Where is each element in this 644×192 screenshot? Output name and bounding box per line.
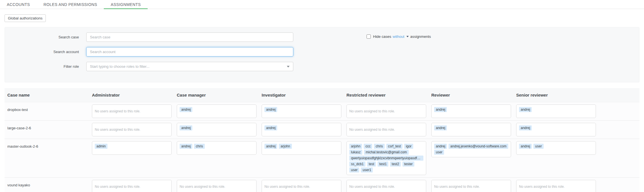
search-case-input[interactable] xyxy=(86,32,293,42)
user-chip[interactable]: ss_dcb1 xyxy=(349,162,365,167)
role-assignment-box[interactable]: andrej xyxy=(177,123,257,136)
user-chip[interactable]: test2 xyxy=(390,162,401,167)
user-chip[interactable]: arjohn xyxy=(349,144,362,149)
case-name: dropbox-test xyxy=(7,104,92,112)
user-chip[interactable]: lukasz xyxy=(349,150,362,155)
user-chip[interactable]: ccc xyxy=(364,144,372,149)
column-header-case-name: Case name xyxy=(5,93,92,97)
column-header-restricted-reviewer: Restricted reviewer xyxy=(346,93,431,97)
role-assignment-box[interactable]: andrej xyxy=(177,104,257,118)
no-users-placeholder: No users assigned to this role. xyxy=(95,109,140,113)
role-assignment-box[interactable]: No users assigned to this role. xyxy=(346,123,426,136)
no-users-placeholder: No users assigned to this role. xyxy=(95,185,140,189)
role-assignment-box[interactable]: No users assigned to this role. xyxy=(92,180,172,192)
column-header-investigator: Investigator xyxy=(262,93,346,97)
user-chip[interactable]: andrej xyxy=(434,144,447,149)
case-name: master-outlook-2-6 xyxy=(7,141,92,149)
column-header-reviewer: Reviewer xyxy=(431,93,516,97)
hide-cases-control: Hide cases without assignments xyxy=(367,34,431,39)
column-header-case-manager: Case manager xyxy=(177,93,262,97)
hide-cases-without-link[interactable]: without xyxy=(393,34,404,39)
tab-bar: ACCOUNTSROLES AND PERMISSIONSASSIGNMENTS xyxy=(0,0,644,9)
filter-panel: Search case Search account Filter role H… xyxy=(5,27,639,82)
role-assignment-box[interactable]: andrejarjohn xyxy=(262,141,341,155)
user-chip[interactable]: tester xyxy=(402,162,414,167)
user-chip[interactable]: admin xyxy=(95,144,107,149)
table-header-row: Case nameAdministratorCase managerInvest… xyxy=(5,88,639,102)
role-assignment-box[interactable]: No users assigned to this role. xyxy=(262,180,341,192)
user-chip[interactable]: qwertyuiopasdfghjklzxcvbnmqwertyuiopasdf… xyxy=(349,156,423,161)
user-chip[interactable]: andrej xyxy=(434,107,447,112)
role-assignment-box[interactable]: andrej xyxy=(516,104,596,118)
role-assignment-box[interactable]: andrej xyxy=(431,123,511,136)
user-chip[interactable]: andrej xyxy=(180,125,192,130)
role-assignment-box[interactable]: No users assigned to this role. xyxy=(431,180,511,192)
role-assignment-box[interactable]: andrejchris xyxy=(177,141,257,155)
table-row: master-outlook-2-6adminandrejchrisandrej… xyxy=(5,139,639,178)
user-chip[interactable]: andrej xyxy=(519,144,532,149)
no-users-placeholder: No users assigned to this role. xyxy=(180,185,225,189)
user-chip[interactable]: test1 xyxy=(378,162,388,167)
user-chip[interactable]: chris xyxy=(374,144,384,149)
user-chip[interactable]: andrej xyxy=(519,107,532,112)
user-chip[interactable]: andrej xyxy=(434,125,447,130)
role-assignment-box[interactable]: andrejuser xyxy=(516,141,596,155)
user-chip[interactable]: user xyxy=(533,144,543,149)
role-assignment-box[interactable]: andrej xyxy=(262,123,341,136)
tab-roles-and-permissions[interactable]: ROLES AND PERMISSIONS xyxy=(37,0,104,9)
role-assignment-box[interactable]: No users assigned to this role. xyxy=(516,180,596,192)
user-chip[interactable]: test xyxy=(367,162,376,167)
user-chip[interactable]: user xyxy=(434,150,444,155)
filter-role-label: Filter role xyxy=(5,64,79,69)
user-chip[interactable]: andrej xyxy=(180,144,192,149)
tab-assignments[interactable]: ASSIGNMENTS xyxy=(104,0,147,9)
table-row: dropbox-testNo users assigned to this ro… xyxy=(5,102,639,121)
user-chip[interactable]: andrej xyxy=(264,107,277,112)
case-name: vound kayako xyxy=(7,180,92,187)
user-chip[interactable]: csrf_test xyxy=(386,144,402,149)
no-users-placeholder: No users assigned to this role. xyxy=(349,185,395,189)
role-assignment-box[interactable]: No users assigned to this role. xyxy=(346,180,426,192)
assignments-table: Case nameAdministratorCase managerInvest… xyxy=(5,88,639,192)
chevron-down-icon[interactable] xyxy=(406,36,409,37)
hide-cases-checkbox[interactable] xyxy=(367,34,371,39)
column-header-senior-reviewer: Senior reviewer xyxy=(516,93,601,97)
case-name: large-case-2-6 xyxy=(7,123,92,130)
role-assignment-box[interactable]: admin xyxy=(92,141,172,155)
search-account-label: Search account xyxy=(5,50,79,54)
user-chip[interactable]: andrej.jesenko@vound-software.com xyxy=(449,144,508,149)
role-assignment-box[interactable]: No users assigned to this role. xyxy=(177,180,257,192)
role-assignment-box[interactable]: andrej xyxy=(431,104,511,118)
role-assignment-box[interactable]: No users assigned to this role. xyxy=(92,123,172,136)
user-chip[interactable]: michal.testovic@gmail.com xyxy=(364,150,409,155)
no-users-placeholder: No users assigned to this role. xyxy=(349,128,395,132)
no-users-placeholder: No users assigned to this role. xyxy=(434,185,480,189)
role-assignment-box[interactable]: andrej xyxy=(516,123,596,136)
user-chip[interactable]: arjohn xyxy=(279,144,292,149)
user-chip[interactable]: chris xyxy=(194,144,204,149)
role-assignment-box[interactable]: andrej xyxy=(262,104,341,118)
role-assignment-box[interactable]: No users assigned to this role. xyxy=(346,104,426,118)
global-authorizations-button[interactable]: Global authorizations xyxy=(5,14,46,22)
search-account-input[interactable] xyxy=(86,47,293,56)
no-users-placeholder: No users assigned to this role. xyxy=(264,185,310,189)
user-chip[interactable]: andrej xyxy=(180,107,192,112)
role-assignment-box[interactable]: arjohncccchriscsrf_testigorlukaszmichal.… xyxy=(346,141,426,175)
table-row: vound kayakoNo users assigned to this ro… xyxy=(5,178,639,192)
no-users-placeholder: No users assigned to this role. xyxy=(349,109,395,113)
user-chip[interactable]: andrej xyxy=(519,125,532,130)
hide-cases-text-suffix: assignments xyxy=(410,34,431,39)
user-chip[interactable]: igor xyxy=(404,144,413,149)
user-chip[interactable]: andrej xyxy=(264,144,277,149)
no-users-placeholder: No users assigned to this role. xyxy=(519,185,565,189)
user-chip[interactable]: user xyxy=(349,167,359,173)
table-row: large-case-2-6No users assigned to this … xyxy=(5,121,639,139)
user-chip[interactable]: user1 xyxy=(361,167,373,173)
role-assignment-box[interactable]: andrejandrej.jesenko@vound-software.comu… xyxy=(431,141,511,157)
role-assignment-box[interactable]: No users assigned to this role. xyxy=(92,104,172,118)
user-chip[interactable]: andrej xyxy=(264,125,277,130)
tab-accounts[interactable]: ACCOUNTS xyxy=(0,0,37,9)
filter-role-combobox[interactable] xyxy=(86,62,293,71)
search-case-label: Search case xyxy=(5,35,79,39)
hide-cases-text-prefix: Hide cases xyxy=(373,34,391,39)
